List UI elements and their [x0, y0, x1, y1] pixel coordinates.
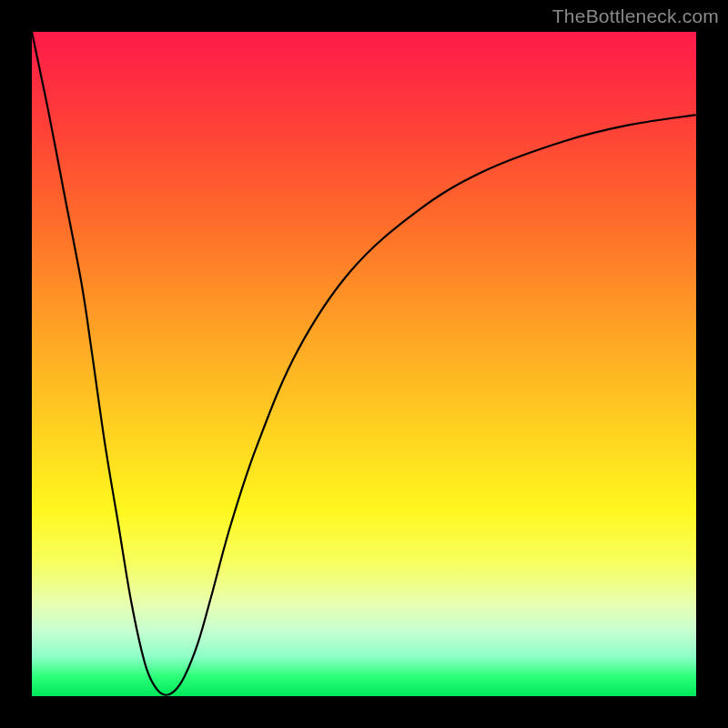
bead-segment	[210, 557, 221, 603]
bead-segment	[183, 663, 189, 680]
beads-layer	[32, 32, 696, 696]
bead-segment	[167, 682, 179, 693]
bead-segment	[145, 663, 153, 684]
frame: TheBottleneck.com	[0, 0, 728, 728]
bead-group	[125, 557, 220, 693]
bead-segment	[195, 616, 205, 652]
watermark-text: TheBottleneck.com	[552, 5, 719, 27]
bead-segment	[154, 685, 166, 693]
bead-segment	[133, 610, 144, 662]
plot-area	[32, 32, 696, 696]
bead-segment	[125, 560, 135, 620]
